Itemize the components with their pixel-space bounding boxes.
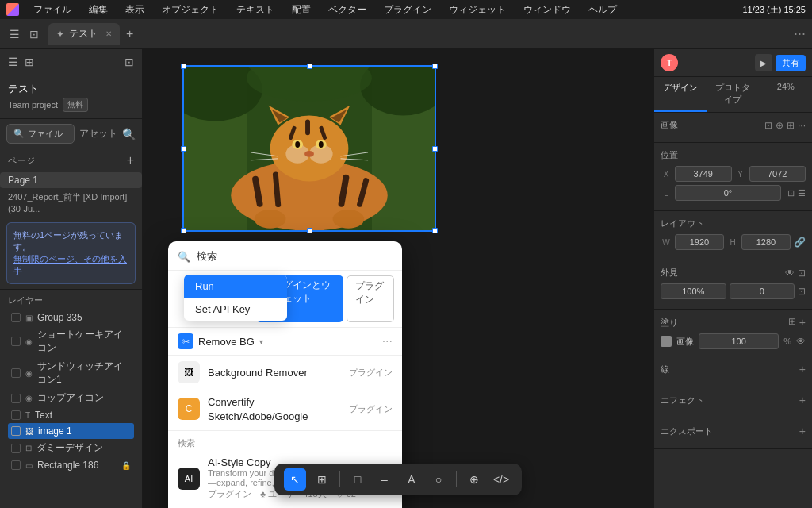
layer-icon-frame: ⊡ [25,444,32,452]
line-tool[interactable]: – [373,468,396,491]
plugin-item-remover[interactable]: 🖼 Background Remover プラグイン [168,356,402,389]
handle-top-mid[interactable] [307,64,312,69]
handle-top-right[interactable] [432,64,438,69]
panel-toggle[interactable]: ⊡ [26,26,42,42]
layer-cup[interactable]: ◉ コップアイコン [8,389,134,407]
expand-icon[interactable]: ⊡ [798,267,806,279]
menu-widget[interactable]: ウィジェット [446,2,509,18]
layer-sandwich[interactable]: ◉ サンドウィッチアイコン1 [8,357,134,389]
page-item-1[interactable]: Page 1 [0,172,142,188]
menu-view[interactable]: 表示 [122,2,147,18]
percent-label: % [783,337,791,346]
context-run[interactable]: Run [184,275,287,298]
target-icon[interactable]: ⊕ [776,120,783,131]
menu-file[interactable]: ファイル [30,2,75,18]
handle-top-left[interactable] [181,64,186,69]
handle-mid-left[interactable] [181,146,186,152]
menu-arrange[interactable]: 配置 [289,2,314,18]
tab-add[interactable]: + [126,27,133,41]
fill-section: 塗り ⊞ + 画像 100 % 👁 [654,310,812,356]
upgrade-link[interactable]: 無制限のページ、その他を入手 [13,254,127,275]
layer-image1[interactable]: 🖼 image 1 [8,423,134,439]
grid-icon[interactable]: ⊞ [787,120,795,131]
grid-view-icon[interactable]: ⊞ [788,316,796,329]
handle-bot-right[interactable] [432,228,438,233]
visible-icon[interactable]: 👁 [785,267,795,279]
angle-field[interactable]: 0° [675,185,781,201]
svg-rect-19 [305,119,310,135]
share-button[interactable]: 共有 [776,55,806,71]
layer-group335[interactable]: ▣ Group 335 [8,310,134,325]
layer-shortcake[interactable]: ◉ ショートケーキアイコン [8,325,134,357]
menu-left: ファイル 編集 表示 オブジェクト テキスト 配置 ベクター プラグイン ウィジ… [6,2,733,18]
frame-tool[interactable]: ⊞ [311,468,333,491]
text-tool[interactable]: A [400,468,423,491]
layers-icon[interactable]: ☰ [8,56,18,68]
h-field[interactable]: 1280 [741,234,791,250]
layer-dummy[interactable]: ⊡ ダミーデザイン [8,439,134,457]
more-options[interactable]: ··· [794,25,806,42]
code-tool[interactable]: </> [490,468,512,491]
select-tool[interactable]: ↖ [284,468,306,491]
menu-plugin[interactable]: プラグイン [381,2,435,18]
fill-opacity-field[interactable]: 100 [699,333,779,349]
layer-name-text: Text [35,410,52,421]
ellipse-tool[interactable]: ○ [427,468,450,491]
assets-label[interactable]: アセット [79,127,117,140]
appearance-section: 外見 👁 ⊡ 100% 0 ⊡ [654,260,812,310]
add-export-button[interactable]: + [799,425,806,437]
component-tool[interactable]: ⊕ [463,468,485,491]
constraint-icon[interactable]: ☰ [798,188,806,198]
tab-zoom[interactable]: 24% [760,77,812,112]
layout-label: レイアウト [661,217,704,229]
tab-plugin-only[interactable]: プラグイン [347,275,394,322]
chevron-down-icon[interactable]: ▾ [259,337,263,346]
crop-icon[interactable]: ⊡ [764,120,772,131]
remover-name: Background Remover [208,367,308,379]
menu-text[interactable]: テキスト [233,2,278,18]
handle-bot-left[interactable] [181,228,186,233]
shape-tool[interactable]: □ [347,468,369,491]
add-stroke-button[interactable]: + [799,363,806,375]
file-item[interactable]: 2407_Report_前半 [XD Import] (30-Ju... [0,188,142,217]
corner-field[interactable]: 0 [730,283,795,299]
flip-icon[interactable]: ⊡ [787,188,795,198]
layer-text[interactable]: T Text [8,407,134,423]
layer-rect[interactable]: ▭ Rectangle 186 🔒 [8,457,134,473]
y-field[interactable]: 7072 [749,166,806,182]
menu-edit[interactable]: 編集 [86,2,111,18]
menu-help[interactable]: ヘルプ [585,2,620,18]
add-page-button[interactable]: + [127,153,134,167]
canvas-area[interactable]: 🔍 検索 すべて アセット プラグインとウィジェット プラグイン ✂ Remov… [143,49,653,508]
file-search[interactable]: 🔍 ファイル [6,124,75,144]
active-tab[interactable]: ✦ テスト ✕ [48,23,120,45]
add-fill-button[interactable]: + [799,316,806,329]
opacity-field[interactable]: 100% [661,283,726,299]
w-field[interactable]: 1920 [675,234,724,250]
play-button[interactable]: ▶ [755,54,772,71]
plugin-item-convertify[interactable]: C Convertify Sketch/Adobe/Google プラグイン [168,389,402,429]
plugin-search-input[interactable]: 検索 [197,249,393,264]
more-icon[interactable]: ··· [382,334,393,348]
menu-window[interactable]: ウィンドウ [520,2,574,18]
handle-bot-mid[interactable] [307,228,312,233]
context-set-api[interactable]: Set API Key [184,298,287,321]
canvas-frame[interactable]: 🔍 検索 すべて アセット プラグインとウィジェット プラグイン ✂ Remov… [182,65,436,232]
menu-vector[interactable]: ベクター [325,2,370,18]
panel-icon[interactable]: ⊡ [124,56,134,68]
corner-icon[interactable]: ⊡ [798,286,806,297]
search-action[interactable]: 🔍 [122,128,136,140]
x-field[interactable]: 3749 [675,166,732,182]
lock-ratio-icon[interactable]: 🔗 [794,237,806,248]
tab-close[interactable]: ✕ [105,29,112,38]
menu-object[interactable]: オブジェクト [159,2,222,18]
add-effect-button[interactable]: + [799,394,806,406]
fill-color-swatch[interactable] [661,336,672,347]
layers-toggle[interactable]: ☰ [6,26,23,42]
fill-visible-icon[interactable]: 👁 [796,336,806,347]
grid-icon[interactable]: ⊞ [25,56,34,68]
tab-design[interactable]: デザイン [654,77,707,112]
handle-mid-right[interactable] [432,146,438,152]
more-icon[interactable]: ··· [798,120,806,131]
tab-prototype[interactable]: プロトタイプ [707,77,759,112]
